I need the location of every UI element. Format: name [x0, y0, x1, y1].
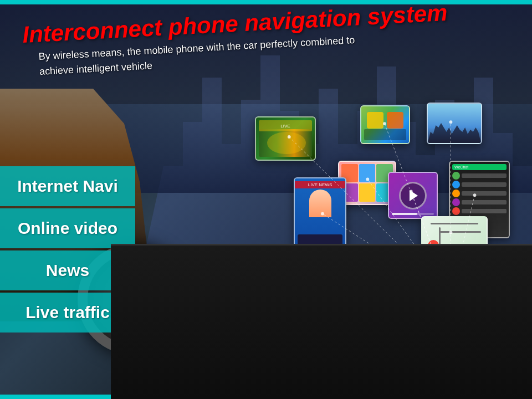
live-traffic-label: Live traffic	[25, 303, 110, 322]
title-container: Interconnect phone navigation system By …	[22, 11, 510, 71]
background-scene: Interconnect phone navigation system By …	[0, 0, 532, 399]
online-video-button[interactable]: Online video	[0, 208, 135, 248]
top-border	[0, 0, 532, 4]
online-video-label: Online video	[18, 219, 117, 238]
internet-navi-button[interactable]: Internet Navi	[0, 166, 135, 206]
map-app-thumbnail	[360, 105, 410, 144]
sports-app-thumbnail: LIVE	[255, 116, 316, 161]
internet-navi-label: Internet Navi	[17, 177, 118, 196]
city-app-thumbnail	[427, 103, 482, 144]
dashboard	[111, 244, 532, 399]
news-label: News	[46, 261, 89, 280]
music-app-thumbnail	[388, 172, 438, 219]
